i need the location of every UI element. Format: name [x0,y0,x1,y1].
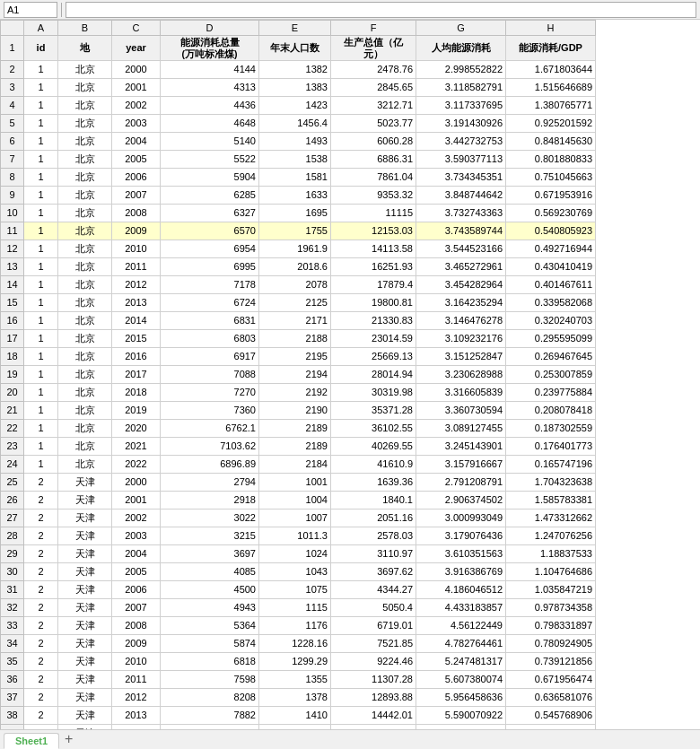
cell-id[interactable]: 2 [24,671,58,689]
cell-population[interactable]: 1382 [259,61,331,79]
cell-id[interactable]: 2 [24,599,58,617]
cell-energy-total[interactable]: 6724 [161,294,259,312]
cell-energy-total[interactable]: 7360 [161,402,259,420]
cell-place[interactable]: 天津 [58,617,112,635]
cell-place[interactable]: 北京 [58,384,112,402]
cell-place[interactable]: 北京 [58,222,112,240]
cell-gdp[interactable]: 6060.28 [331,133,416,151]
cell-id[interactable]: 2 [24,707,58,725]
cell-energy-gdp-ratio[interactable]: 1.704323638 [506,474,596,492]
cell-per-capita-energy[interactable]: 4.186046512 [416,581,506,599]
cell-place[interactable]: 北京 [58,420,112,438]
cell-id[interactable]: 1 [24,294,58,312]
cell-gdp[interactable]: 7521.85 [331,635,416,653]
cell-energy-gdp-ratio[interactable]: 0.569230769 [506,205,596,222]
cell-energy-total[interactable]: 5140 [161,133,259,151]
cell-energy-total[interactable]: 2794 [161,474,259,492]
cell-population[interactable]: 2195 [259,348,331,366]
cell-energy-total[interactable]: 7882 [161,707,259,725]
cell-id[interactable]: 2 [24,581,58,599]
cell-population[interactable]: 1228.16 [259,635,331,653]
cell-id[interactable]: 1 [24,205,58,222]
cell-per-capita-energy[interactable]: 4.433183857 [416,599,506,617]
cell-gdp[interactable]: 25669.13 [331,348,416,366]
cell-population[interactable]: 2184 [259,456,331,474]
cell-per-capita-energy[interactable]: 4.782764461 [416,635,506,653]
cell-gdp[interactable]: 30319.98 [331,384,416,402]
cell-energy-total[interactable]: 6831 [161,312,259,330]
cell-gdp[interactable]: 5050.4 [331,599,416,617]
cell-year[interactable]: 2006 [112,169,161,187]
cell-gdp[interactable]: 17879.4 [331,276,416,294]
cell-id[interactable]: 2 [24,635,58,653]
cell-id[interactable]: 1 [24,456,58,474]
cell-energy-total[interactable]: 3215 [161,527,259,545]
cell-population[interactable]: 1299.29 [259,653,331,671]
cell-year[interactable]: 2012 [112,276,161,294]
cell-per-capita-energy[interactable]: 3.732743363 [416,205,506,222]
cell-gdp[interactable]: 28014.94 [331,366,416,384]
cell-per-capita-energy[interactable]: 3.146476278 [416,312,506,330]
cell-year[interactable]: 2010 [112,653,161,671]
cell-id[interactable]: 1 [24,240,58,258]
cell-energy-gdp-ratio[interactable]: 1.035847219 [506,581,596,599]
cell-id[interactable]: 2 [24,617,58,635]
cell-energy-total[interactable]: 4943 [161,599,259,617]
cell-per-capita-energy[interactable]: 2.791208791 [416,474,506,492]
cell-place[interactable]: 天津 [58,527,112,545]
cell-place[interactable]: 北京 [58,115,112,133]
cell-year[interactable]: 2017 [112,366,161,384]
cell-place[interactable]: 北京 [58,330,112,348]
cell-gdp[interactable]: 4344.27 [331,581,416,599]
cell-year[interactable]: 2001 [112,79,161,97]
cell-year[interactable]: 2008 [112,205,161,222]
cell-energy-total[interactable]: 8145 [161,725,259,729]
cell-id[interactable]: 2 [24,653,58,671]
cell-place[interactable]: 天津 [58,725,112,729]
cell-population[interactable]: 1115 [259,599,331,617]
cell-energy-gdp-ratio[interactable]: 0.401467611 [506,276,596,294]
cell-place[interactable]: 天津 [58,653,112,671]
cell-energy-total[interactable]: 6818 [161,653,259,671]
cell-energy-total[interactable]: 4313 [161,79,259,97]
cell-energy-total[interactable]: 8208 [161,689,259,707]
cell-population[interactable]: 1633 [259,187,331,205]
cell-year[interactable]: 2005 [112,151,161,169]
cell-energy-gdp-ratio[interactable]: 1.104764686 [506,563,596,581]
cell-id[interactable]: 1 [24,169,58,187]
cell-per-capita-energy[interactable]: 3.117337695 [416,97,506,115]
cell-year[interactable]: 2006 [112,581,161,599]
cell-energy-total[interactable]: 6803 [161,330,259,348]
cell-population[interactable]: 1538 [259,151,331,169]
cell-energy-total[interactable]: 6954 [161,240,259,258]
cell-energy-total[interactable]: 5364 [161,617,259,635]
cell-gdp[interactable]: 12893.88 [331,689,416,707]
cell-id[interactable]: 1 [24,79,58,97]
cell-gdp[interactable]: 14442.01 [331,707,416,725]
cell-gdp[interactable]: 9224.46 [331,653,416,671]
cell-place[interactable]: 天津 [58,492,112,509]
cell-place[interactable]: 北京 [58,61,112,79]
cell-energy-total[interactable]: 6995 [161,258,259,276]
cell-gdp[interactable]: 11115 [331,205,416,222]
cell-population[interactable]: 1695 [259,205,331,222]
cell-year[interactable]: 2014 [112,725,161,729]
cell-per-capita-energy[interactable]: 3.151252847 [416,348,506,366]
cell-place[interactable]: 北京 [58,438,112,456]
cell-energy-total[interactable]: 3697 [161,545,259,563]
cell-population[interactable]: 2188 [259,330,331,348]
cell-gdp[interactable]: 40269.55 [331,438,416,456]
cell-gdp[interactable]: 2845.65 [331,79,416,97]
cell-gdp[interactable]: 11307.28 [331,671,416,689]
cell-gdp[interactable]: 3110.97 [331,545,416,563]
cell-per-capita-energy[interactable]: 5.699790063 [416,725,506,729]
cell-energy-gdp-ratio[interactable]: 0.636581076 [506,689,596,707]
cell-place[interactable]: 天津 [58,689,112,707]
cell-place[interactable]: 天津 [58,509,112,527]
cell-population[interactable]: 1176 [259,617,331,635]
cell-per-capita-energy[interactable]: 3.848744642 [416,187,506,205]
cell-year[interactable]: 2012 [112,689,161,707]
cell-id[interactable]: 1 [24,438,58,456]
cell-per-capita-energy[interactable]: 3.157916667 [416,456,506,474]
cell-year[interactable]: 2004 [112,545,161,563]
